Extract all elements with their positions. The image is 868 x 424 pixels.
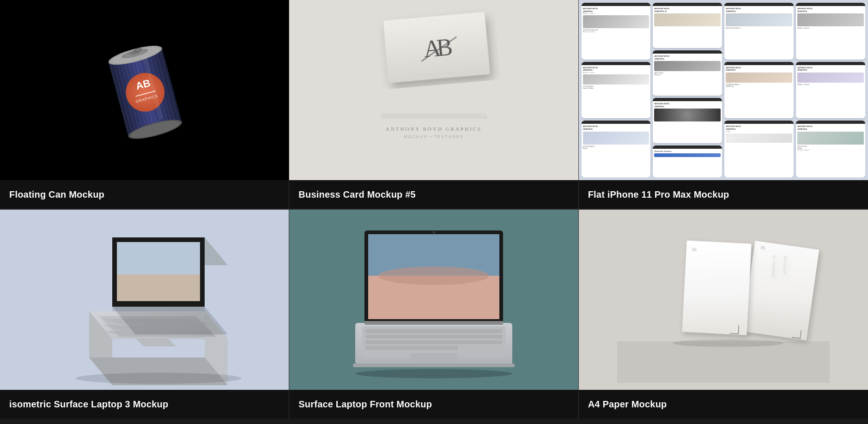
- svg-rect-56: [411, 353, 457, 365]
- card-4-image: [0, 210, 289, 390]
- card-surface-front[interactable]: Surface Laptop Front Mockup: [289, 210, 578, 418]
- svg-marker-31: [117, 242, 200, 274]
- business-card-svg: A B ANTHONY BOYD GRAPHICS MOCKUP • TEXTU…: [328, 2, 540, 178]
- svg-marker-41: [135, 338, 176, 346]
- svg-rect-63: [742, 241, 819, 340]
- svg-text:05: 05: [692, 247, 697, 252]
- card-surface-iso[interactable]: isometric Surface Laptop 3 Mockup: [0, 210, 289, 418]
- card-2-label: Business Card Mockup #5: [289, 180, 578, 209]
- card-2-title: Business Card Mockup #5: [298, 189, 416, 200]
- laptop-front-svg: [328, 217, 540, 383]
- card-3-label: Flat iPhone 11 Pro Max Mockup: [579, 180, 868, 209]
- svg-rect-57: [353, 363, 515, 367]
- card-6-label: A4 Paper Mockup: [579, 390, 868, 418]
- card-3-image: ANTHONY BOYDGRAPHICS Mockups · Textures …: [579, 0, 868, 180]
- svg-text:B: B: [436, 34, 454, 61]
- svg-point-60: [355, 369, 512, 378]
- card-5-title: Surface Laptop Front Mockup: [298, 399, 432, 410]
- svg-text:ANTHONY    BOYD GRAPHICS: ANTHONY BOYD GRAPHICS: [386, 126, 482, 132]
- card-1-label: Floating Can Mockup: [0, 180, 289, 209]
- card-a4-paper[interactable]: A4 PAPER MOCKUP 05 05 A4 PAPER: [579, 210, 868, 418]
- card-business-card[interactable]: A B ANTHONY BOYD GRAPHICS MOCKUP • TEXTU…: [289, 0, 578, 210]
- svg-rect-58: [364, 321, 503, 325]
- svg-text:MOCKUP • TEXTURES: MOCKUP • TEXTURES: [404, 134, 463, 139]
- svg-rect-53: [365, 335, 502, 339]
- svg-point-49: [378, 267, 489, 285]
- card-3-title: Flat iPhone 11 Pro Max Mockup: [588, 189, 729, 200]
- card-4-label: isometric Surface Laptop 3 Mockup: [0, 390, 289, 418]
- svg-point-71: [673, 339, 783, 347]
- card-5-image: [289, 210, 578, 390]
- card-1-title: Floating Can Mockup: [9, 189, 104, 200]
- card-1-image: AB GRAPHICS: [0, 0, 289, 180]
- svg-rect-61: [617, 341, 830, 383]
- can-svg: AB GRAPHICS: [80, 12, 209, 169]
- svg-marker-43: [112, 307, 205, 311]
- mockup-grid: AB GRAPHICS Floating Can Mockup: [0, 0, 868, 418]
- card-iphone[interactable]: ANTHONY BOYDGRAPHICS Mockups · Textures …: [579, 0, 868, 210]
- svg-rect-54: [365, 340, 502, 344]
- card-2-image: A B ANTHONY BOYD GRAPHICS MOCKUP • TEXTU…: [289, 0, 578, 180]
- svg-text:05: 05: [760, 245, 765, 250]
- card-4-title: isometric Surface Laptop 3 Mockup: [9, 399, 168, 410]
- card-5-label: Surface Laptop Front Mockup: [289, 390, 578, 418]
- svg-rect-67: [682, 241, 751, 335]
- paper-svg: A4 PAPER MOCKUP 05 05 A4 PAPER: [617, 217, 830, 383]
- card-6-title: A4 Paper Mockup: [588, 399, 667, 410]
- svg-marker-32: [117, 274, 200, 301]
- card-floating-can[interactable]: AB GRAPHICS Floating Can Mockup: [0, 0, 289, 210]
- laptop-iso-svg: [29, 214, 260, 385]
- svg-rect-55: [365, 346, 458, 350]
- svg-point-15: [112, 149, 177, 160]
- svg-point-44: [75, 373, 242, 384]
- card-6-image: A4 PAPER MOCKUP 05 05 A4 PAPER: [579, 210, 868, 390]
- svg-point-59: [432, 231, 435, 234]
- svg-rect-18: [381, 113, 486, 119]
- svg-rect-52: [365, 329, 502, 333]
